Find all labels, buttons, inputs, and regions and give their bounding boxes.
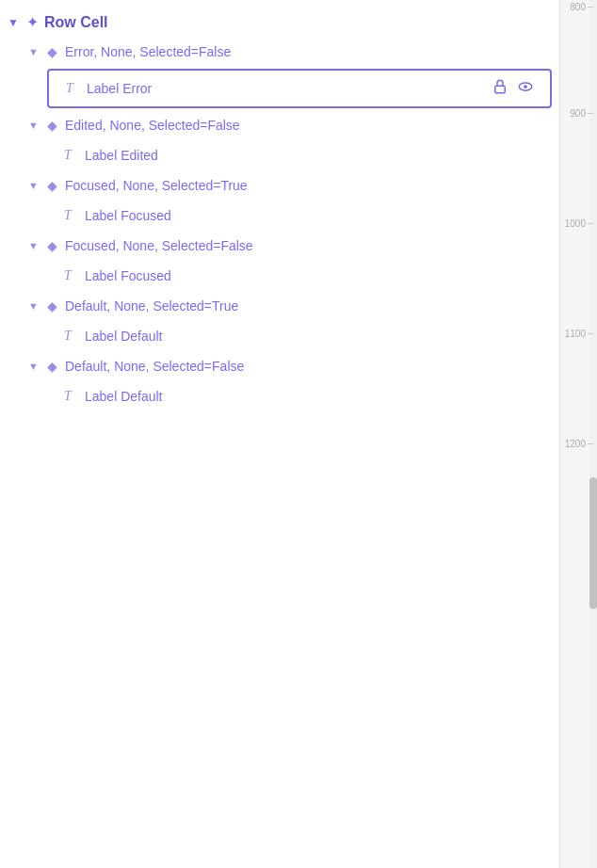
- child-4-1-t-icon: T: [60, 268, 75, 283]
- group-2-label: Edited, None, Selected=False: [65, 118, 240, 133]
- child-6-1-label: Label Default: [85, 389, 163, 404]
- tree-panel: ▼ ✦ Row Cell ▼ ◆ Error, None, Selected=F…: [0, 0, 559, 868]
- group-4-chevron-icon: ▼: [28, 240, 40, 251]
- scrollbar-thumb[interactable]: [589, 477, 597, 609]
- group-6-label: Default, None, Selected=False: [65, 359, 244, 374]
- action-icons: [492, 78, 535, 99]
- root-chevron-icon: ▼: [8, 16, 21, 29]
- ruler-mark-900: 900: [570, 108, 593, 119]
- child-item-label-edited: T Label Edited: [0, 140, 559, 170]
- group-item-focused-none-selected-false[interactable]: ▼ ◆ Focused, None, Selected=False: [0, 231, 559, 261]
- child-5-1-label: Label Default: [85, 329, 163, 344]
- child-3-1-label: Label Focused: [85, 208, 171, 223]
- group-2-diamond-icon: ◆: [47, 118, 57, 133]
- child-6-1-t-icon: T: [60, 389, 75, 404]
- group-5-chevron-icon: ▼: [28, 300, 40, 312]
- child-5-1-t-icon: T: [60, 329, 75, 344]
- child-1-1-t-icon: T: [62, 81, 77, 96]
- child-2-1-t-icon: T: [60, 148, 75, 163]
- group-1-label: Error, None, Selected=False: [65, 44, 231, 59]
- child-item-label-default-1: T Label Default: [0, 321, 559, 351]
- child-4-1-label: Label Focused: [85, 268, 171, 283]
- child-2-1-label: Label Edited: [85, 148, 158, 163]
- group-2-chevron-icon: ▼: [28, 120, 40, 131]
- child-1-1-label: Label Error: [87, 81, 152, 96]
- group-item-edited-none-selected-false[interactable]: ▼ ◆ Edited, None, Selected=False: [0, 110, 559, 140]
- group-item-focused-none-selected-true[interactable]: ▼ ◆ Focused, None, Selected=True: [0, 170, 559, 201]
- ruler-mark-800: 800: [570, 2, 593, 12]
- eye-icon[interactable]: [516, 78, 535, 99]
- group-6-chevron-icon: ▼: [28, 361, 40, 372]
- group-item-default-none-selected-true[interactable]: ▼ ◆ Default, None, Selected=True: [0, 291, 559, 321]
- child-item-label-focused-1: T Label Focused: [0, 201, 559, 231]
- child-item-label-error[interactable]: T Label Error: [47, 69, 552, 108]
- child-item-label-focused-2: T Label Focused: [0, 261, 559, 291]
- group-1-chevron-icon: ▼: [28, 46, 40, 57]
- svg-rect-0: [495, 86, 506, 93]
- child-3-1-t-icon: T: [60, 208, 75, 223]
- scrollbar-track[interactable]: [589, 0, 597, 868]
- group-5-diamond-icon: ◆: [47, 298, 57, 313]
- group-item-error-none-selected-false[interactable]: ▼ ◆ Error, None, Selected=False: [0, 37, 559, 67]
- group-5-label: Default, None, Selected=True: [65, 298, 238, 313]
- main-container: ▼ ✦ Row Cell ▼ ◆ Error, None, Selected=F…: [0, 0, 597, 868]
- ruler-mark-1200: 1200: [565, 439, 593, 449]
- ruler: 800 900 1000 1100 1200: [559, 0, 597, 868]
- group-6-diamond-icon: ◆: [47, 359, 57, 374]
- group-3-label: Focused, None, Selected=True: [65, 178, 248, 193]
- group-1-diamond-icon: ◆: [47, 44, 57, 59]
- group-item-default-none-selected-false[interactable]: ▼ ◆ Default, None, Selected=False: [0, 351, 559, 381]
- group-4-diamond-icon: ◆: [47, 238, 57, 253]
- group-3-chevron-icon: ▼: [28, 180, 40, 191]
- root-label: Row Cell: [44, 14, 108, 31]
- ruler-mark-1100: 1100: [565, 329, 593, 339]
- svg-point-2: [524, 85, 527, 88]
- child-item-label-default-2: T Label Default: [0, 381, 559, 411]
- group-3-diamond-icon: ◆: [47, 178, 57, 193]
- root-item[interactable]: ▼ ✦ Row Cell: [0, 8, 559, 37]
- ruler-mark-1000: 1000: [565, 218, 593, 229]
- root-diamond-icon: ✦: [26, 13, 39, 31]
- group-4-label: Focused, None, Selected=False: [65, 238, 253, 253]
- lock-icon[interactable]: [492, 78, 508, 99]
